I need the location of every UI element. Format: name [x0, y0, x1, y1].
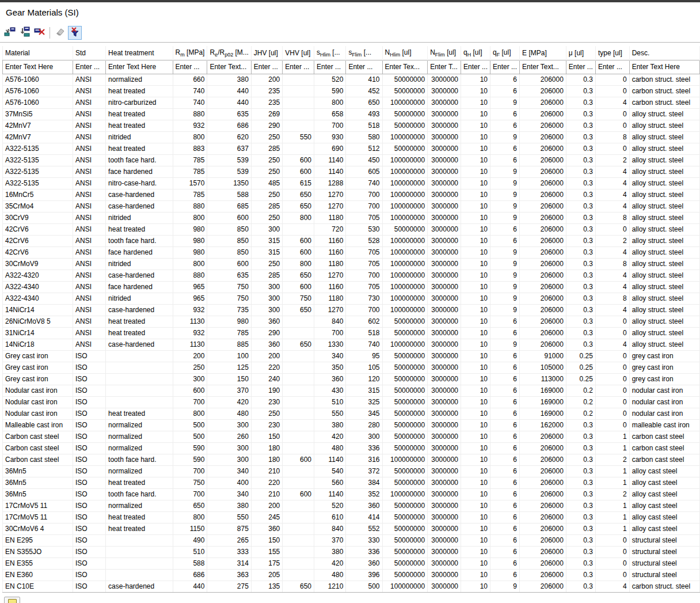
cell-heat[interactable]: nitrided — [106, 212, 173, 223]
cell-re-rp02[interactable]: 620 — [207, 131, 251, 143]
cell-jhv[interactable]: 250 — [251, 154, 282, 166]
cell-material[interactable]: A322-4340 — [3, 293, 73, 304]
cell-material[interactable]: 17CrMoV5 11 — [3, 500, 73, 511]
cell-rm[interactable]: 800 — [173, 408, 207, 419]
cell-std[interactable]: ANSI — [73, 85, 106, 97]
cell-heat[interactable]: heat treated — [106, 327, 173, 339]
cell-shlim[interactable]: 1270 — [314, 304, 346, 316]
cell-vhv[interactable]: 600 — [283, 246, 314, 258]
cell-qh[interactable]: 10 — [461, 85, 490, 97]
cell-material[interactable]: 30CrMoV9 — [3, 258, 73, 270]
cell-mu[interactable]: 0.3 — [566, 431, 595, 442]
cell-re-rp02[interactable]: 539 — [207, 166, 251, 177]
cell-heat[interactable] — [106, 569, 173, 581]
cell-heat[interactable]: heat treated — [106, 108, 173, 120]
cell-jhv[interactable]: 155 — [251, 546, 282, 558]
cell-sflim[interactable]: 528 — [346, 235, 382, 246]
cell-sflim[interactable]: 345 — [346, 408, 382, 419]
cell-qh[interactable]: 10 — [461, 74, 490, 85]
cell-desc[interactable]: carbon cast steel — [629, 454, 699, 465]
cell-mu[interactable]: 0.3 — [566, 442, 595, 454]
cell-rm[interactable]: 300 — [173, 373, 207, 385]
cell-desc[interactable]: alloy cast steel — [629, 488, 699, 500]
cell-desc[interactable]: alloy struct. steel — [629, 270, 699, 281]
cell-qh[interactable]: 10 — [461, 454, 490, 465]
filter-input-sflim[interactable]: Enter ... — [346, 60, 382, 74]
cell-std[interactable]: ISO — [73, 454, 106, 465]
cell-desc[interactable]: alloy struct. steel — [629, 235, 699, 246]
cell-e[interactable]: 206000 — [520, 316, 566, 327]
cell-shlim[interactable]: 1288 — [314, 177, 346, 189]
cell-sflim[interactable]: 512 — [346, 143, 382, 154]
cell-heat[interactable]: case-hardened — [106, 339, 173, 350]
cell-jhv[interactable]: 205 — [251, 569, 282, 581]
cell-nhlim[interactable]: 50000000 — [382, 477, 428, 488]
cell-material[interactable]: 31NiCr14 — [3, 327, 73, 339]
cell-nflim[interactable]: 3000000 — [428, 246, 461, 258]
cell-shlim[interactable]: 1160 — [314, 281, 346, 293]
cell-type[interactable]: 4 — [595, 339, 629, 350]
cell-qh[interactable]: 10 — [461, 569, 490, 581]
cell-sflim[interactable]: 396 — [346, 569, 382, 581]
cell-re-rp02[interactable]: 420 — [207, 396, 251, 408]
cell-heat[interactable]: case-hardened — [106, 304, 173, 316]
col-header-vhv[interactable]: VHV [ul] — [283, 46, 314, 60]
cell-qf[interactable]: 6 — [490, 85, 520, 97]
cell-rm[interactable]: 500 — [173, 431, 207, 442]
cell-std[interactable]: ANSI — [73, 120, 106, 131]
cell-e[interactable]: 206000 — [520, 304, 566, 316]
cell-mu[interactable]: 0.3 — [566, 546, 595, 558]
cell-type[interactable]: 0 — [595, 74, 629, 85]
cell-desc[interactable]: nodular cast iron — [629, 396, 699, 408]
cell-sflim[interactable]: 740 — [346, 177, 382, 189]
cell-re-rp02[interactable]: 600 — [207, 258, 251, 270]
cell-e[interactable]: 206000 — [520, 74, 566, 85]
cell-qf[interactable]: 6 — [490, 408, 520, 419]
cell-re-rp02[interactable]: 735 — [207, 304, 251, 316]
cell-sflim[interactable]: 705 — [346, 212, 382, 223]
cell-nflim[interactable]: 3000000 — [428, 477, 461, 488]
cell-heat[interactable] — [106, 350, 173, 362]
cell-shlim[interactable]: 540 — [314, 465, 346, 477]
cell-vhv[interactable] — [283, 477, 314, 488]
cell-nhlim[interactable]: 100000000 — [382, 200, 428, 212]
cell-jhv[interactable]: 300 — [251, 304, 282, 316]
cell-mu[interactable]: 0.3 — [566, 177, 595, 189]
cell-std[interactable]: ANSI — [73, 223, 106, 235]
cell-e[interactable]: 206000 — [520, 131, 566, 143]
cell-e[interactable]: 206000 — [520, 189, 566, 200]
cell-sflim[interactable]: 552 — [346, 523, 382, 534]
cell-rm[interactable]: 700 — [173, 396, 207, 408]
col-header-jhv[interactable]: JHV [ul] — [251, 46, 282, 60]
cell-sflim[interactable]: 518 — [346, 120, 382, 131]
cell-shlim[interactable]: 420 — [314, 558, 346, 569]
cell-sflim[interactable]: 705 — [346, 258, 382, 270]
cell-heat[interactable]: heat treated — [106, 523, 173, 534]
cell-e[interactable]: 206000 — [520, 166, 566, 177]
cell-re-rp02[interactable]: 1350 — [207, 177, 251, 189]
cell-qh[interactable]: 10 — [461, 166, 490, 177]
cell-e[interactable]: 206000 — [520, 454, 566, 465]
cell-type[interactable]: 1 — [595, 523, 629, 534]
cell-e[interactable]: 206000 — [520, 246, 566, 258]
cell-sflim[interactable]: 602 — [346, 316, 382, 327]
cell-vhv[interactable] — [283, 74, 314, 85]
cell-sflim[interactable]: 414 — [346, 511, 382, 523]
cell-sflim[interactable]: 518 — [346, 327, 382, 339]
cell-heat[interactable]: case-hardened — [106, 189, 173, 200]
cell-vhv[interactable] — [283, 408, 314, 419]
cell-rm[interactable]: 980 — [173, 246, 207, 258]
cell-qh[interactable]: 10 — [461, 373, 490, 385]
cell-mu[interactable]: 0.3 — [566, 120, 595, 131]
cell-desc[interactable]: carbon struct. steel — [629, 97, 699, 108]
cell-e[interactable]: 206000 — [520, 154, 566, 166]
cell-nhlim[interactable]: 100000000 — [382, 293, 428, 304]
cell-sflim[interactable]: 315 — [346, 385, 382, 396]
cell-qf[interactable]: 9 — [490, 246, 520, 258]
cell-type[interactable]: 2 — [595, 454, 629, 465]
cell-rm[interactable]: 932 — [173, 120, 207, 131]
cell-type[interactable]: 1 — [595, 511, 629, 523]
cell-e[interactable]: 206000 — [520, 477, 566, 488]
cell-sflim[interactable]: 740 — [346, 339, 382, 350]
cell-material[interactable]: Grey cast iron — [3, 362, 73, 373]
